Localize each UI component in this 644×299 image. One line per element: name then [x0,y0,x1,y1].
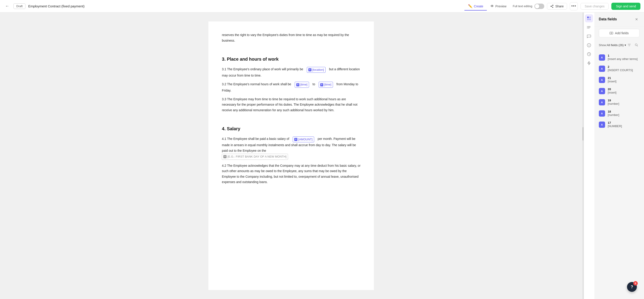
preview-tab-icon: 👁 [490,4,494,8]
more-button[interactable]: ••• [570,2,578,10]
notification-badge[interactable]: ? 6 [627,282,637,292]
data-fields-panel: Data fields ✕ Add fields Show: All field… [594,13,644,299]
time-field-chip-2[interactable]: A [time] [319,82,333,88]
sidebar-icon-strip [584,13,594,299]
scroll-track [582,13,584,299]
sort-icon-btn[interactable] [626,42,632,48]
document-page: reserves the right to vary the Employee'… [208,22,374,290]
field-badge-18: A [599,110,605,117]
section3-para3: 3.3 The Employee may from time to time b… [222,97,360,113]
field-num-19: 19 [608,99,619,102]
full-text-toggle-switch[interactable] [534,4,544,9]
panel-header: Data fields ✕ [594,13,644,26]
notification-count: 6 [633,281,638,285]
tab-group: ✏️ Create 👁 Preview [464,2,510,10]
add-fields-label: Add fields [615,31,628,35]
field-item-17[interactable]: A 17 [NUMBER] [594,119,644,130]
toolbar: ← Draft Employment Contract (fixed payme… [0,0,644,13]
svg-point-5 [587,27,588,28]
field-info-1: 1 [Insert any other terms] [608,54,638,61]
section4-heading: 4. Salary [222,125,360,133]
filter-icons-group [626,42,640,48]
field-info-21: 21 [insert] [608,76,616,83]
field-item-20[interactable]: A 20 [insert] [594,85,644,97]
add-fields-button[interactable]: Add fields [599,29,640,37]
search-icon-btn[interactable] [633,42,640,48]
field-item-19[interactable]: A 19 [number] [594,97,644,108]
lightning-icon [587,61,591,65]
share-icon [550,5,554,8]
checklist-icon-btn[interactable] [585,23,593,31]
fields-filter-bar: Show: All fields (26) ▾ [594,40,644,50]
add-fields-icon [610,31,613,35]
field-info-17: 17 [NUMBER] [608,121,622,128]
filter-select[interactable]: All fields (26) ▾ [607,44,626,47]
svg-rect-1 [589,17,591,18]
document-title: Employment Contract (fixed payment) [28,4,462,8]
history-icon-btn[interactable] [585,50,593,58]
field-num-1: 1 [608,54,638,57]
field-num-20: 20 [608,88,616,91]
field-badge-20: A [599,88,605,94]
amount-field-chip[interactable]: A [AMOUNT] [293,137,314,143]
sign-and-send-button[interactable]: Sign and send [611,3,640,10]
location-field-chip[interactable]: A [location] [307,67,326,73]
field-num-2: 2 [608,65,633,69]
panel-title: Data fields [599,17,617,21]
field-chip-icon-amount: A [294,138,298,141]
field-name-20: [insert] [608,91,616,94]
data-fields-icon [587,16,591,21]
panel-close-button[interactable]: ✕ [633,16,640,22]
data-fields-icon-btn[interactable] [585,14,593,22]
share-button[interactable]: Share [547,3,567,10]
main-area: reserves the right to vary the Employee'… [0,13,644,299]
section3-para2: 3.2 The Employee's normal hours of work … [222,82,360,93]
full-text-label: Full text editing [513,5,532,8]
field-item-1[interactable]: A 1 [Insert any other terms] [594,52,644,63]
combined-sidebar: Data fields ✕ Add fields Show: All field… [584,13,644,299]
section4-para2: 4.2 The Employee acknowledges that the C… [222,163,360,185]
field-info-19: 19 [number] [608,99,619,105]
field-chip-icon-time2: A [320,83,323,86]
comments-icon [587,34,591,39]
field-num-17: 17 [608,121,622,124]
bank-day-field-chip[interactable]: A [E.G.: FIRST BANK DAY OF A NEW MONTH] [222,154,288,160]
lightning-icon-btn[interactable] [585,59,593,67]
para1-before: 3.1 The Employee's ordinary place of wor… [222,67,303,71]
field-name-2: [INSERT COURTS] [608,69,633,72]
field-item-18[interactable]: A 18 [number] [594,108,644,119]
field-num-18: 18 [608,110,619,113]
field-badge-1: A [599,54,605,61]
field-info-2: 2 [INSERT COURTS] [608,65,633,72]
time-field-chip-1[interactable]: A [time] [295,82,309,88]
info-icon-btn[interactable] [585,41,593,49]
draft-badge[interactable]: Draft [14,3,26,9]
svg-point-6 [587,28,588,29]
save-changes-button[interactable]: Save changes [580,3,609,10]
history-icon [587,52,591,56]
tab-preview[interactable]: 👁 Preview [487,2,510,11]
field-chip-icon: A [308,68,312,71]
svg-rect-0 [587,17,589,18]
info-icon [587,43,591,48]
field-name-19: [number] [608,102,619,105]
full-text-toggle-group: Full text editing [513,4,544,9]
comments-icon-btn[interactable] [585,32,593,40]
field-item-21[interactable]: A 21 [insert] [594,74,644,85]
filter-value: All fields (26) [607,44,624,47]
back-button[interactable]: ← [4,3,11,10]
field-name-21: [insert] [608,80,616,83]
field-chip-icon-bankday: A [224,155,226,158]
intro-paragraph: reserves the right to vary the Employee'… [222,32,360,43]
para4-before: 4.1 The Employee shall be paid a basic s… [222,137,289,141]
scroll-thumb [582,127,584,141]
para2-mid: to [312,82,315,86]
section3-heading: 3. Place and hours of work [222,55,360,63]
checklist-icon [587,25,591,30]
field-item-2[interactable]: A 2 [INSERT COURTS] [594,63,644,74]
tab-create[interactable]: ✏️ Create [464,2,487,11]
field-name-18: [number] [608,113,619,117]
field-num-21: 21 [608,76,616,80]
svg-rect-3 [589,19,591,20]
field-badge-2: A [599,66,605,72]
